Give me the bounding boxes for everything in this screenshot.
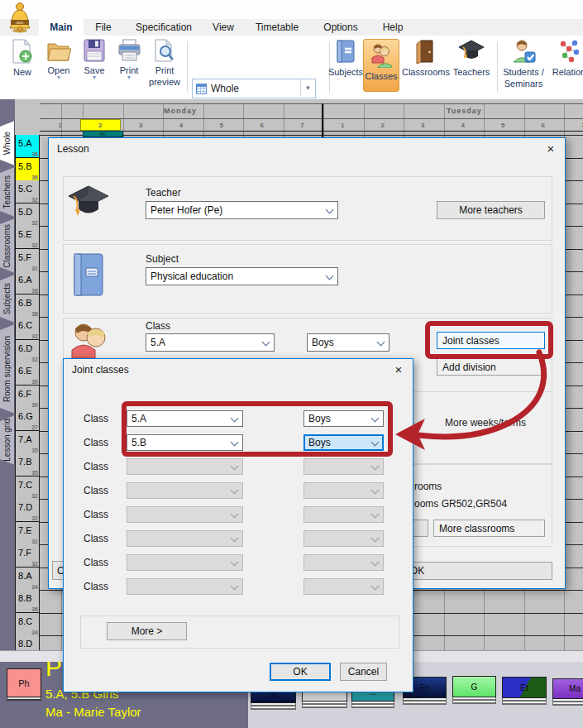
- sidebar-tab-whole[interactable]: Whole: [0, 121, 15, 165]
- print-dropdown-caret[interactable]: ▼: [114, 75, 144, 80]
- more-weeks-terms-button[interactable]: More weeks/terms: [445, 417, 526, 429]
- period-monday-3[interactable]: 3: [121, 119, 161, 131]
- teachers-button[interactable]: Teachers: [452, 39, 491, 77]
- lesson-card-ph[interactable]: Ph: [7, 668, 41, 697]
- class-row-7e[interactable]: 7.E32: [15, 522, 40, 545]
- sidebar-tab-classrooms[interactable]: Classrooms: [0, 218, 15, 273]
- class-row-5d[interactable]: 5.D32: [15, 204, 40, 227]
- lesson-card-g[interactable]: G: [452, 676, 496, 697]
- open-button[interactable]: Open ▼: [41, 39, 76, 80]
- view-selector-dropdown-button[interactable]: ▼: [300, 79, 315, 96]
- menu-item-main[interactable]: Main: [39, 19, 84, 36]
- lesson-card-et[interactable]: Et: [502, 677, 547, 698]
- class-row-7a[interactable]: 7.A35: [15, 431, 40, 454]
- period-tuesday-5[interactable]: 5: [483, 119, 523, 131]
- students-seminars-button[interactable]: Students / Seminars: [499, 39, 547, 89]
- period-monday-7[interactable]: 7: [282, 119, 323, 131]
- lesson-dialog-close-icon[interactable]: ×: [537, 138, 565, 159]
- joint-class-combobox-2[interactable]: 5.B: [127, 434, 243, 451]
- joint-division-combobox-6[interactable]: [303, 530, 384, 547]
- open-dropdown-caret[interactable]: ▼: [41, 75, 76, 80]
- class-row-6e[interactable]: 6.E30: [15, 362, 40, 386]
- menu-item-specification[interactable]: Specification: [131, 19, 197, 36]
- add-division-button[interactable]: Add division: [437, 358, 545, 376]
- view-selector-combobox[interactable]: Whole ▼: [192, 79, 316, 98]
- save-button[interactable]: Save ▼: [79, 39, 109, 80]
- period-monday-6[interactable]: 6: [241, 119, 282, 131]
- joint-class-combobox-7[interactable]: [127, 554, 243, 571]
- more-classrooms-button[interactable]: More classrooms: [433, 520, 545, 537]
- class-row-7c[interactable]: 7.C32: [15, 477, 40, 500]
- scheduled-lesson-cell[interactable]: Ph: [83, 131, 123, 137]
- class-row-8b[interactable]: 8.B36: [15, 590, 40, 613]
- sidebar-tab-subjects[interactable]: Subjects: [0, 275, 15, 323]
- subject-combobox[interactable]: Physical education: [146, 267, 338, 285]
- period-tuesday-2[interactable]: 2: [363, 119, 404, 131]
- period-tuesday-1[interactable]: 1: [323, 119, 363, 131]
- class-row-7f[interactable]: 7.F32: [15, 544, 40, 568]
- class-row-6a[interactable]: 6.A38: [15, 271, 40, 295]
- class-row-7d[interactable]: 7.D32: [15, 499, 40, 522]
- menu-item-options[interactable]: Options: [315, 19, 366, 36]
- class-row-6b[interactable]: 6.B38: [15, 295, 40, 318]
- class-row-8c[interactable]: 8.C34: [15, 613, 40, 636]
- class-row-6g[interactable]: 6.G27: [15, 408, 40, 431]
- period-tuesday-4[interactable]: 4: [443, 119, 484, 131]
- joint-dialog-close-icon[interactable]: ×: [385, 359, 413, 380]
- class-row-5a[interactable]: 5.A36: [15, 135, 40, 158]
- period-monday-1[interactable]: 1: [40, 119, 80, 131]
- class-row-6f[interactable]: 6.F30: [15, 386, 40, 409]
- period-tuesday-7[interactable]: 7: [563, 119, 583, 131]
- print-button[interactable]: Print ▼: [114, 39, 144, 80]
- period-tuesday-6[interactable]: 6: [523, 119, 564, 131]
- lesson-card-ma[interactable]: Ma: [552, 678, 583, 699]
- teacher-combobox[interactable]: Peter Hofer (Pe): [146, 201, 338, 219]
- subjects-button[interactable]: Subjects: [327, 39, 364, 77]
- joint-class-combobox-8[interactable]: [127, 578, 243, 595]
- joint-class-combobox-6[interactable]: [127, 530, 243, 547]
- class-row-5e[interactable]: 5.E32: [15, 226, 40, 249]
- asc-bell-logo-icon[interactable]: -asc-: [7, 2, 32, 33]
- menu-item-timetable[interactable]: Timetable: [248, 19, 306, 36]
- class-row-8a[interactable]: 8.A34: [15, 568, 40, 591]
- division-combobox[interactable]: Boys: [307, 333, 389, 352]
- sidebar-tab-room-supervision[interactable]: Room supervision: [0, 324, 15, 414]
- joint-class-combobox-3[interactable]: [127, 458, 243, 475]
- save-dropdown-caret[interactable]: ▼: [79, 75, 109, 80]
- relations-button[interactable]: Relation: [551, 39, 583, 77]
- class-row-5c[interactable]: 5.C32: [15, 180, 40, 204]
- class-row-6c[interactable]: 6.C32: [15, 317, 40, 340]
- classrooms-button[interactable]: Classrooms: [400, 39, 452, 77]
- class-combobox[interactable]: 5.A: [146, 333, 275, 352]
- sidebar-tab-lesson-grid[interactable]: Lesson grid: [0, 415, 15, 465]
- print-preview-button[interactable]: Print preview: [146, 39, 184, 87]
- more-teachers-button[interactable]: More teachers: [437, 201, 545, 219]
- menu-item-file[interactable]: File: [85, 19, 122, 36]
- joint-division-combobox-2[interactable]: Boys: [303, 434, 384, 451]
- joint-division-combobox-5[interactable]: [303, 506, 384, 523]
- joint-classes-button[interactable]: Joint classes: [437, 332, 545, 349]
- class-row-5f[interactable]: 5.F31: [15, 249, 40, 272]
- menu-item-view[interactable]: View: [205, 19, 241, 36]
- joint-division-combobox-3[interactable]: [303, 458, 384, 475]
- classes-button[interactable]: Classes: [363, 39, 399, 92]
- joint-ok-button[interactable]: OK: [270, 663, 331, 681]
- joint-more-button[interactable]: More >: [107, 622, 187, 640]
- joint-class-combobox-4[interactable]: [127, 482, 243, 499]
- class-row-7b[interactable]: 7.B35: [15, 453, 40, 477]
- menu-item-help[interactable]: Help: [375, 19, 411, 36]
- period-monday-4[interactable]: 4: [161, 119, 202, 131]
- joint-division-combobox-1[interactable]: Boys: [303, 410, 384, 427]
- class-row-6d[interactable]: 6.D32: [15, 340, 40, 363]
- new-button[interactable]: New: [7, 39, 38, 77]
- joint-division-combobox-8[interactable]: [303, 578, 384, 595]
- joint-division-combobox-7[interactable]: [303, 554, 384, 571]
- period-tuesday-3[interactable]: 3: [403, 119, 443, 131]
- period-monday-5[interactable]: 5: [201, 119, 241, 131]
- sidebar-tab-teachers[interactable]: Teachers: [0, 167, 15, 217]
- joint-class-combobox-1[interactable]: 5.A: [127, 410, 243, 427]
- joint-cancel-button[interactable]: Cancel: [340, 663, 387, 681]
- joint-division-combobox-4[interactable]: [303, 482, 384, 499]
- period-monday-2[interactable]: 2: [80, 119, 121, 131]
- joint-class-combobox-5[interactable]: [127, 506, 243, 523]
